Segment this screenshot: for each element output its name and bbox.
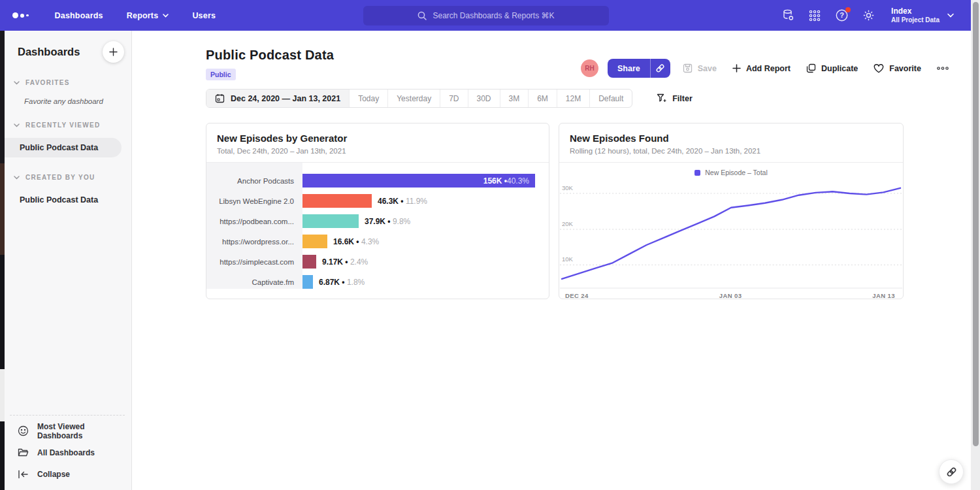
- date-presets: TodayYesterday7D30D3M6M12MDefault: [349, 90, 632, 107]
- link-icon: [655, 63, 665, 73]
- bar-category-label: https://wordpress.or...: [206, 231, 302, 252]
- duplicate-button[interactable]: Duplicate: [806, 63, 858, 73]
- date-preset-30d[interactable]: 30D: [468, 90, 500, 107]
- project-switcher[interactable]: Index All Project Data: [891, 7, 954, 25]
- favorites-empty-text: Favorite any dashboard: [24, 97, 131, 105]
- scrollbar-thumb[interactable]: [973, 2, 979, 446]
- x-tick-label: JAN 03: [719, 292, 742, 299]
- top-navbar: Dashboards Reports Users Search Dashboar…: [0, 0, 971, 31]
- line-chart-plot[interactable]: 30K20K10K: [560, 179, 902, 289]
- copy-link-fab[interactable]: [939, 459, 964, 484]
- heart-icon: [874, 64, 884, 73]
- sidebar-section-created[interactable]: CREATED BY YOU: [14, 174, 131, 181]
- x-tick-label: JAN 13: [872, 292, 895, 299]
- add-report-button[interactable]: Add Report: [732, 64, 791, 73]
- more-options-button[interactable]: [937, 67, 949, 70]
- public-badge: Public: [206, 69, 236, 80]
- bar-value-label: 9.17K • 2.4%: [322, 257, 368, 267]
- date-preset-default[interactable]: Default: [589, 90, 632, 107]
- share-link-button[interactable]: [650, 59, 670, 78]
- bar-category-label: https://podbean.com...: [206, 211, 302, 231]
- bar-2[interactable]: [302, 214, 359, 228]
- bar-row: 46.3K • 11.9%: [302, 191, 549, 211]
- page-title: Public Podcast Data: [206, 48, 334, 63]
- most-viewed-dashboards-button[interactable]: Most Viewed Dashboards: [10, 420, 125, 442]
- dashboard-actions: RH Share Save Add Report Duplicate: [581, 59, 949, 78]
- card-new-episodes-found: New Episodes Found Rolling (12 hours), t…: [559, 123, 904, 299]
- line-chart-svg: 30K20K10K: [560, 179, 902, 289]
- created-label: CREATED BY YOU: [25, 174, 95, 181]
- x-tick-label: DEC 24: [565, 292, 589, 299]
- date-range-label: Dec 24, 2020 — Jan 13, 2021: [231, 94, 340, 103]
- bar-3[interactable]: [302, 235, 327, 248]
- date-range-bar: Dec 24, 2020 — Jan 13, 2021 TodayYesterd…: [206, 89, 632, 108]
- x-axis-labels: DEC 24JAN 03JAN 13: [559, 289, 903, 299]
- app-logo[interactable]: [12, 12, 29, 18]
- nav-users-label: Users: [192, 11, 216, 20]
- sidebar-item-label: Public Podcast Data: [20, 143, 98, 152]
- save-button[interactable]: Save: [683, 63, 717, 73]
- bar-category-label: Captivate.fm: [206, 272, 302, 292]
- favorites-label: FAVORITES: [25, 79, 70, 86]
- all-dashboards-button[interactable]: All Dashboards: [10, 442, 125, 463]
- most-viewed-label: Most Viewed Dashboards: [37, 422, 125, 440]
- date-preset-6m[interactable]: 6M: [528, 90, 557, 107]
- sidebar-title: Dashboards: [18, 46, 80, 58]
- nav-dashboards[interactable]: Dashboards: [55, 11, 103, 20]
- favorite-button[interactable]: Favorite: [874, 64, 921, 73]
- share-button[interactable]: Share: [608, 59, 650, 78]
- plus-icon: [109, 48, 118, 56]
- bar-0[interactable]: 156K • 40.3%: [302, 174, 535, 188]
- bar-4[interactable]: [302, 255, 316, 269]
- date-preset-today[interactable]: Today: [349, 90, 387, 107]
- chevron-down-icon: [14, 81, 20, 85]
- avatar[interactable]: RH: [581, 59, 598, 77]
- date-toolbar: Dec 24, 2020 — Jan 13, 2021 TodayYesterd…: [206, 89, 693, 108]
- chart-subtitle: Rolling (12 hours), total, Dec 24th, 202…: [570, 147, 892, 155]
- date-preset-7d[interactable]: 7D: [440, 90, 467, 107]
- chevron-down-icon: [163, 14, 169, 18]
- date-preset-12m[interactable]: 12M: [557, 90, 589, 107]
- sidebar-item-public-podcast-data-created[interactable]: Public Podcast Data: [5, 190, 131, 210]
- add-dashboard-button[interactable]: [103, 41, 124, 63]
- data-sources-icon[interactable]: [781, 8, 795, 23]
- settings-icon[interactable]: [861, 8, 875, 23]
- bar-value-label: 156K • 40.3%: [483, 174, 529, 188]
- legend-label: New Episode – Total: [705, 169, 768, 176]
- sidebar-section-recent[interactable]: RECENTLY VIEWED: [14, 122, 131, 129]
- date-preset-yesterday[interactable]: Yesterday: [387, 90, 440, 107]
- bar-category-label: Libsyn WebEngine 2.0: [206, 191, 302, 211]
- bar-5[interactable]: [302, 275, 313, 289]
- card-new-episodes-by-generator: New Episodes by Generator Total, Dec 24t…: [206, 123, 549, 299]
- plus-icon: [732, 64, 741, 73]
- link-icon: [946, 466, 957, 478]
- bar-chart: Anchor PodcastsLibsyn WebEngine 2.0https…: [206, 163, 549, 289]
- date-range-button[interactable]: Dec 24, 2020 — Jan 13, 2021: [206, 90, 349, 107]
- bar-row: 156K • 40.3%: [302, 171, 549, 191]
- bar-1[interactable]: [302, 194, 372, 208]
- sidebar-section-favorites[interactable]: FAVORITES: [14, 79, 131, 86]
- nav-reports[interactable]: Reports: [127, 11, 169, 20]
- avatar-initials: RH: [585, 65, 594, 72]
- sidebar: Dashboards FAVORITES Favorite any dashbo…: [5, 31, 132, 490]
- help-icon[interactable]: ?: [834, 8, 849, 23]
- sidebar-item-public-podcast-data-recent[interactable]: Public Podcast Data: [5, 138, 122, 157]
- bar-value-label: 46.3K • 11.9%: [378, 197, 427, 206]
- bar-row: 16.6K • 4.3%: [302, 231, 549, 252]
- project-scope: All Project Data: [891, 16, 939, 25]
- apps-grid-icon[interactable]: [808, 8, 822, 23]
- vertical-scrollbar[interactable]: [971, 0, 980, 490]
- sidebar-item-label: Public Podcast Data: [20, 195, 98, 204]
- nav-users[interactable]: Users: [192, 11, 216, 20]
- duplicate-label: Duplicate: [821, 64, 858, 73]
- filter-label: Filter: [672, 94, 693, 103]
- nav-dashboards-label: Dashboards: [55, 11, 103, 20]
- bar-value-label: 6.87K • 1.8%: [319, 278, 365, 287]
- bar-chart-labels: Anchor PodcastsLibsyn WebEngine 2.0https…: [206, 163, 302, 289]
- collapse-sidebar-button[interactable]: Collapse: [10, 463, 125, 485]
- filter-button[interactable]: Filter: [657, 93, 693, 103]
- date-preset-3m[interactable]: 3M: [500, 90, 529, 107]
- legend-swatch: [694, 170, 700, 176]
- search-input[interactable]: Search Dashboards & Reports ⌘K: [363, 6, 609, 25]
- chevron-down-icon: [947, 13, 954, 18]
